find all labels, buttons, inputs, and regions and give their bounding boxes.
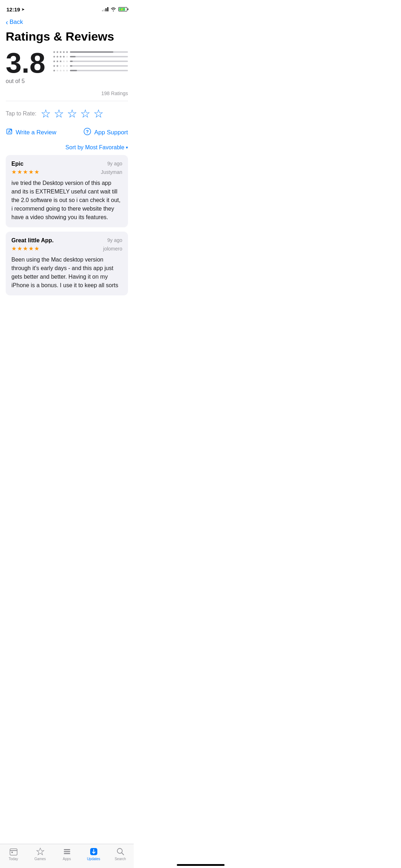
review-star-icon: ★ <box>23 245 28 252</box>
tap-to-rate-label: Tap to Rate: <box>6 110 36 117</box>
review-author-1: jolomero <box>103 246 122 252</box>
review-date-0: 9y ago <box>107 161 122 166</box>
sort-row: Sort by Most Favorable ▾ <box>0 144 134 155</box>
rate-star-2[interactable]: ☆ <box>54 107 64 120</box>
location-icon: ➤ <box>21 7 25 12</box>
write-review-button[interactable]: Write a Review <box>6 128 56 137</box>
write-review-label: Write a Review <box>16 129 56 136</box>
page-title: Ratings & Reviews <box>0 27 134 49</box>
rating-bar-4: ★★★★★ <box>53 55 128 58</box>
ratings-count: 198 Ratings <box>101 89 128 98</box>
review-header-0: Epic 9y ago <box>11 161 122 167</box>
stars-5-icon: ★★★★★ <box>53 50 68 54</box>
write-review-icon <box>6 128 13 137</box>
rate-star-3[interactable]: ☆ <box>67 107 77 120</box>
review-header-1: Great little App. 9y ago <box>11 237 122 244</box>
bar-2 <box>70 65 128 67</box>
rating-bar-5: ★★★★★ <box>53 50 128 54</box>
rate-star-1[interactable]: ☆ <box>41 107 51 120</box>
back-label: Back <box>10 19 23 26</box>
rating-bars: ★★★★★ ★★★★★ ★★★★★ <box>48 49 128 73</box>
back-button[interactable]: ‹ Back <box>6 19 128 26</box>
review-author-0: Justyman <box>101 169 122 175</box>
review-body-1: Been using the Mac desktop version throu… <box>11 255 122 290</box>
review-star-icon: ★ <box>17 245 22 252</box>
rating-bar-3: ★★★★★ <box>53 60 128 63</box>
rating-score-section: 3.8 out of 5 <box>6 49 48 84</box>
rating-number: 3.8 <box>6 49 48 77</box>
review-star-icon: ★ <box>17 169 22 175</box>
actions-row: Write a Review ? App Support <box>0 126 134 144</box>
review-stars-row-0: ★ ★ ★ ★ ★ Justyman <box>11 169 122 175</box>
stars-3-icon: ★★★★★ <box>53 60 68 63</box>
battery-icon: ⚡ <box>118 7 127 11</box>
review-card-0: Epic 9y ago ★ ★ ★ ★ ★ Justyman ive tried… <box>6 155 128 227</box>
rate-star-5[interactable]: ☆ <box>93 107 104 120</box>
app-support-icon: ? <box>83 128 91 137</box>
review-stars-row-1: ★ ★ ★ ★ ★ jolomero <box>11 245 122 252</box>
app-support-button[interactable]: ? App Support <box>83 128 128 137</box>
review-stars-1: ★ ★ ★ ★ ★ <box>11 245 39 252</box>
bar-1 <box>70 70 128 71</box>
nav-bar: ‹ Back <box>0 16 134 27</box>
review-star-icon: ★ <box>11 169 16 175</box>
review-star-icon: ★ <box>34 169 39 175</box>
review-star-icon: ★ <box>34 245 39 252</box>
review-body-0: ive tried the Desktop version of this ap… <box>11 179 122 222</box>
tap-to-rate-section: Tap to Rate: ☆ ☆ ☆ ☆ ☆ <box>0 101 134 126</box>
bar-4 <box>70 56 128 57</box>
sort-label: Sort by Most Favorable <box>66 144 124 151</box>
status-icons: ⚡ <box>102 7 127 11</box>
svg-rect-0 <box>7 129 12 134</box>
app-support-label: App Support <box>94 129 128 136</box>
rate-star-4[interactable]: ☆ <box>80 107 91 120</box>
rating-section: 3.8 out of 5 ★★★★★ ★★★★★ <box>0 49 134 90</box>
review-date-1: 9y ago <box>107 237 122 243</box>
stars-1-icon: ★★★★★ <box>53 69 68 72</box>
review-star-icon: ★ <box>11 245 16 252</box>
status-time: 12:19 <box>6 6 20 12</box>
review-star-icon: ★ <box>29 245 34 252</box>
bar-5 <box>70 51 128 53</box>
wifi-icon <box>110 7 116 11</box>
stars-2-icon: ★★★★★ <box>53 64 68 68</box>
review-star-icon: ★ <box>29 169 34 175</box>
review-stars-0: ★ ★ ★ ★ ★ <box>11 169 39 175</box>
sort-chevron-icon: ▾ <box>126 145 128 150</box>
stars-4-icon: ★★★★★ <box>53 55 68 58</box>
svg-text:?: ? <box>86 129 89 134</box>
signal-icon <box>102 7 108 11</box>
review-star-icon: ★ <box>23 169 28 175</box>
rating-out-of: out of 5 <box>6 78 48 84</box>
status-bar: 12:19 ➤ ⚡ <box>0 0 134 16</box>
review-card-1: Great little App. 9y ago ★ ★ ★ ★ ★ jolom… <box>6 232 128 295</box>
review-title-0: Epic <box>11 161 24 167</box>
rating-bar-2: ★★★★★ <box>53 64 128 68</box>
rate-stars[interactable]: ☆ ☆ ☆ ☆ ☆ <box>41 107 104 120</box>
sort-button[interactable]: Sort by Most Favorable ▾ <box>66 144 128 151</box>
back-chevron-icon: ‹ <box>6 19 8 26</box>
bar-3 <box>70 61 128 62</box>
reviews-list: Epic 9y ago ★ ★ ★ ★ ★ Justyman ive tried… <box>0 155 134 295</box>
rating-bar-1: ★★★★★ <box>53 69 128 72</box>
review-title-1: Great little App. <box>11 237 54 244</box>
